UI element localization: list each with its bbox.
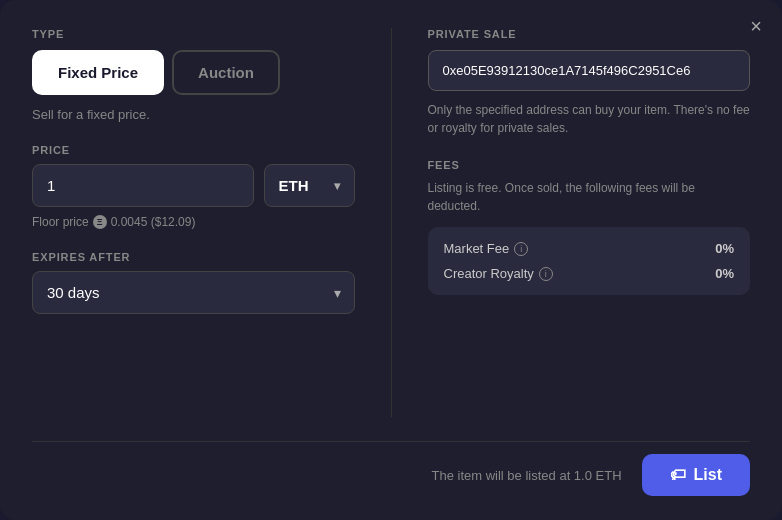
creator-royalty-value: 0% <box>715 266 734 281</box>
fees-box: Market Fee i 0% Creator Royalty i 0% <box>428 227 751 295</box>
right-panel: PRIVATE SALE Only the specified address … <box>428 28 751 417</box>
creator-royalty-name: Creator Royalty i <box>444 266 553 281</box>
market-fee-row: Market Fee i 0% <box>444 241 735 256</box>
fees-description: Listing is free. Once sold, the followin… <box>428 179 751 215</box>
expires-label: EXPIRES AFTER <box>32 251 355 263</box>
price-row: ETH WETH USDC ▾ <box>32 164 355 207</box>
floor-price: Floor price Ξ 0.0045 ($12.09) <box>32 215 355 229</box>
price-label: PRICE <box>32 144 355 156</box>
creator-royalty-info-icon[interactable]: i <box>539 267 553 281</box>
expires-select-wrapper: 1 day 3 days 7 days 14 days 30 days 6 mo… <box>32 271 355 314</box>
auction-button[interactable]: Auction <box>172 50 280 95</box>
type-buttons: Fixed Price Auction <box>32 50 355 95</box>
floor-price-prefix: Floor price <box>32 215 89 229</box>
fixed-price-button[interactable]: Fixed Price <box>32 50 164 95</box>
close-button[interactable]: × <box>750 16 762 36</box>
expires-dropdown[interactable]: 1 day 3 days 7 days 14 days 30 days 6 mo… <box>32 271 355 314</box>
type-label: TYPE <box>32 28 355 40</box>
currency-arrow-icon: ▾ <box>334 179 340 193</box>
list-button[interactable]: 🏷 List <box>642 454 750 496</box>
private-sale-input[interactable] <box>428 50 751 91</box>
private-sale-label: PRIVATE SALE <box>428 28 751 40</box>
list-button-icon: 🏷 <box>670 466 686 484</box>
floor-price-value: 0.0045 ($12.09) <box>111 215 196 229</box>
panel-divider <box>391 28 392 417</box>
private-sale-description: Only the specified address can buy your … <box>428 101 751 137</box>
price-input[interactable] <box>32 164 254 207</box>
modal: × TYPE Fixed Price Auction Sell for a fi… <box>0 0 782 520</box>
market-fee-info-icon[interactable]: i <box>514 242 528 256</box>
currency-select-wrapper[interactable]: ETH WETH USDC ▾ <box>264 164 355 207</box>
modal-footer: The item will be listed at 1.0 ETH 🏷 Lis… <box>32 441 750 496</box>
modal-body: TYPE Fixed Price Auction Sell for a fixe… <box>32 28 750 417</box>
creator-royalty-row: Creator Royalty i 0% <box>444 266 735 281</box>
market-fee-name: Market Fee i <box>444 241 529 256</box>
eth-icon: Ξ <box>93 215 107 229</box>
fees-label: FEES <box>428 159 751 171</box>
left-panel: TYPE Fixed Price Auction Sell for a fixe… <box>32 28 355 417</box>
sell-description: Sell for a fixed price. <box>32 107 355 122</box>
currency-dropdown[interactable]: ETH WETH USDC <box>279 177 328 194</box>
list-button-label: List <box>694 466 722 484</box>
footer-info-text: The item will be listed at 1.0 ETH <box>432 468 622 483</box>
market-fee-value: 0% <box>715 241 734 256</box>
